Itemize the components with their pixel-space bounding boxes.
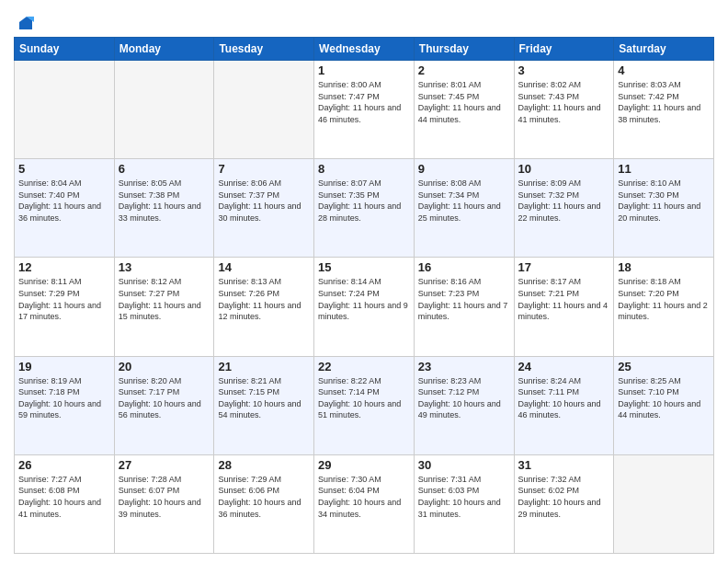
day-number: 30 bbox=[418, 458, 510, 472]
calendar-week-row: 5Sunrise: 8:04 AM Sunset: 7:40 PM Daylig… bbox=[15, 159, 714, 258]
day-number: 14 bbox=[218, 260, 310, 274]
calendar-week-row: 12Sunrise: 8:11 AM Sunset: 7:29 PM Dayli… bbox=[15, 258, 714, 356]
weekday-header-saturday: Saturday bbox=[614, 38, 714, 61]
day-info: Sunrise: 8:20 AM Sunset: 7:17 PM Dayligh… bbox=[119, 375, 210, 421]
day-number: 11 bbox=[618, 162, 710, 176]
day-number: 28 bbox=[218, 458, 310, 472]
calendar-cell: 23Sunrise: 8:23 AM Sunset: 7:12 PM Dayli… bbox=[414, 356, 514, 454]
day-number: 7 bbox=[218, 162, 310, 176]
calendar-table: SundayMondayTuesdayWednesdayThursdayFrid… bbox=[14, 37, 714, 554]
day-number: 15 bbox=[318, 260, 410, 274]
day-info: Sunrise: 8:05 AM Sunset: 7:38 PM Dayligh… bbox=[119, 178, 210, 224]
day-info: Sunrise: 8:07 AM Sunset: 7:35 PM Dayligh… bbox=[318, 178, 410, 224]
calendar-cell: 2Sunrise: 8:01 AM Sunset: 7:45 PM Daylig… bbox=[414, 61, 514, 159]
day-info: Sunrise: 8:13 AM Sunset: 7:26 PM Dayligh… bbox=[218, 276, 310, 322]
day-info: Sunrise: 8:18 AM Sunset: 7:20 PM Dayligh… bbox=[618, 276, 710, 322]
calendar-cell: 4Sunrise: 8:03 AM Sunset: 7:42 PM Daylig… bbox=[614, 61, 714, 159]
day-info: Sunrise: 8:01 AM Sunset: 7:45 PM Dayligh… bbox=[418, 79, 510, 125]
day-info: Sunrise: 8:14 AM Sunset: 7:24 PM Dayligh… bbox=[318, 276, 410, 322]
calendar-cell: 1Sunrise: 8:00 AM Sunset: 7:47 PM Daylig… bbox=[314, 61, 415, 159]
day-info: Sunrise: 8:08 AM Sunset: 7:34 PM Dayligh… bbox=[418, 178, 510, 224]
day-info: Sunrise: 8:02 AM Sunset: 7:43 PM Dayligh… bbox=[518, 79, 610, 125]
calendar-week-row: 26Sunrise: 7:27 AM Sunset: 6:08 PM Dayli… bbox=[15, 454, 714, 553]
day-number: 19 bbox=[18, 360, 110, 373]
day-number: 23 bbox=[418, 360, 510, 373]
day-number: 22 bbox=[318, 360, 410, 373]
calendar-cell bbox=[15, 61, 115, 159]
weekday-header-wednesday: Wednesday bbox=[314, 38, 415, 61]
day-number: 31 bbox=[518, 458, 610, 472]
day-number: 9 bbox=[418, 162, 510, 176]
day-number: 25 bbox=[618, 360, 710, 373]
calendar-cell: 6Sunrise: 8:05 AM Sunset: 7:38 PM Daylig… bbox=[114, 159, 214, 258]
day-number: 8 bbox=[318, 162, 410, 176]
day-number: 26 bbox=[18, 458, 110, 472]
day-number: 13 bbox=[119, 260, 210, 274]
day-info: Sunrise: 8:10 AM Sunset: 7:30 PM Dayligh… bbox=[618, 178, 710, 224]
day-number: 18 bbox=[618, 260, 710, 274]
day-info: Sunrise: 8:16 AM Sunset: 7:23 PM Dayligh… bbox=[418, 276, 510, 322]
calendar-cell: 31Sunrise: 7:32 AM Sunset: 6:02 PM Dayli… bbox=[514, 454, 614, 553]
calendar-cell: 14Sunrise: 8:13 AM Sunset: 7:26 PM Dayli… bbox=[214, 258, 314, 356]
day-info: Sunrise: 8:22 AM Sunset: 7:14 PM Dayligh… bbox=[318, 375, 410, 421]
calendar-cell: 25Sunrise: 8:25 AM Sunset: 7:10 PM Dayli… bbox=[614, 356, 714, 454]
day-info: Sunrise: 7:31 AM Sunset: 6:03 PM Dayligh… bbox=[418, 474, 510, 520]
calendar-week-row: 1Sunrise: 8:00 AM Sunset: 7:47 PM Daylig… bbox=[15, 61, 714, 159]
calendar-cell: 9Sunrise: 8:08 AM Sunset: 7:34 PM Daylig… bbox=[414, 159, 514, 258]
calendar-cell: 29Sunrise: 7:30 AM Sunset: 6:04 PM Dayli… bbox=[314, 454, 415, 553]
day-number: 6 bbox=[119, 162, 210, 176]
day-info: Sunrise: 8:25 AM Sunset: 7:10 PM Dayligh… bbox=[618, 375, 710, 421]
calendar-cell: 8Sunrise: 8:07 AM Sunset: 7:35 PM Daylig… bbox=[314, 159, 415, 258]
day-info: Sunrise: 8:04 AM Sunset: 7:40 PM Dayligh… bbox=[18, 178, 110, 224]
weekday-header-thursday: Thursday bbox=[414, 38, 514, 61]
calendar-cell: 13Sunrise: 8:12 AM Sunset: 7:27 PM Dayli… bbox=[114, 258, 214, 356]
calendar-cell: 17Sunrise: 8:17 AM Sunset: 7:21 PM Dayli… bbox=[514, 258, 614, 356]
day-number: 16 bbox=[418, 260, 510, 274]
day-number: 3 bbox=[518, 63, 610, 77]
day-info: Sunrise: 7:30 AM Sunset: 6:04 PM Dayligh… bbox=[318, 474, 410, 520]
logo bbox=[14, 13, 34, 31]
day-info: Sunrise: 7:28 AM Sunset: 6:07 PM Dayligh… bbox=[119, 474, 210, 520]
day-number: 5 bbox=[18, 162, 110, 176]
calendar-cell: 26Sunrise: 7:27 AM Sunset: 6:08 PM Dayli… bbox=[15, 454, 115, 553]
calendar-cell: 10Sunrise: 8:09 AM Sunset: 7:32 PM Dayli… bbox=[514, 159, 614, 258]
page: SundayMondayTuesdayWednesdayThursdayFrid… bbox=[0, 0, 728, 563]
day-number: 29 bbox=[318, 458, 410, 472]
weekday-header-monday: Monday bbox=[114, 38, 214, 61]
day-info: Sunrise: 8:21 AM Sunset: 7:15 PM Dayligh… bbox=[218, 375, 310, 421]
day-number: 4 bbox=[618, 63, 710, 77]
day-info: Sunrise: 8:12 AM Sunset: 7:27 PM Dayligh… bbox=[119, 276, 210, 322]
day-info: Sunrise: 7:32 AM Sunset: 6:02 PM Dayligh… bbox=[518, 474, 610, 520]
calendar-cell: 22Sunrise: 8:22 AM Sunset: 7:14 PM Dayli… bbox=[314, 356, 415, 454]
calendar-cell: 24Sunrise: 8:24 AM Sunset: 7:11 PM Dayli… bbox=[514, 356, 614, 454]
calendar-cell bbox=[614, 454, 714, 553]
calendar-cell: 20Sunrise: 8:20 AM Sunset: 7:17 PM Dayli… bbox=[114, 356, 214, 454]
day-info: Sunrise: 8:17 AM Sunset: 7:21 PM Dayligh… bbox=[518, 276, 610, 322]
day-info: Sunrise: 8:09 AM Sunset: 7:32 PM Dayligh… bbox=[518, 178, 610, 224]
day-number: 24 bbox=[518, 360, 610, 373]
calendar-week-row: 19Sunrise: 8:19 AM Sunset: 7:18 PM Dayli… bbox=[15, 356, 714, 454]
day-number: 12 bbox=[18, 260, 110, 274]
header bbox=[14, 9, 714, 31]
day-number: 1 bbox=[318, 63, 410, 77]
calendar-cell: 16Sunrise: 8:16 AM Sunset: 7:23 PM Dayli… bbox=[414, 258, 514, 356]
day-info: Sunrise: 7:29 AM Sunset: 6:06 PM Dayligh… bbox=[218, 474, 310, 520]
day-info: Sunrise: 8:03 AM Sunset: 7:42 PM Dayligh… bbox=[618, 79, 710, 125]
calendar-cell: 5Sunrise: 8:04 AM Sunset: 7:40 PM Daylig… bbox=[15, 159, 115, 258]
day-number: 2 bbox=[418, 63, 510, 77]
day-number: 17 bbox=[518, 260, 610, 274]
calendar-cell bbox=[214, 61, 314, 159]
calendar-cell: 12Sunrise: 8:11 AM Sunset: 7:29 PM Dayli… bbox=[15, 258, 115, 356]
weekday-header-tuesday: Tuesday bbox=[214, 38, 314, 61]
calendar-cell: 15Sunrise: 8:14 AM Sunset: 7:24 PM Dayli… bbox=[314, 258, 415, 356]
calendar-cell: 21Sunrise: 8:21 AM Sunset: 7:15 PM Dayli… bbox=[214, 356, 314, 454]
calendar-cell: 7Sunrise: 8:06 AM Sunset: 7:37 PM Daylig… bbox=[214, 159, 314, 258]
logo-icon bbox=[17, 15, 34, 31]
calendar-cell: 3Sunrise: 8:02 AM Sunset: 7:43 PM Daylig… bbox=[514, 61, 614, 159]
calendar-cell: 19Sunrise: 8:19 AM Sunset: 7:18 PM Dayli… bbox=[15, 356, 115, 454]
calendar-cell: 30Sunrise: 7:31 AM Sunset: 6:03 PM Dayli… bbox=[414, 454, 514, 553]
day-info: Sunrise: 8:24 AM Sunset: 7:11 PM Dayligh… bbox=[518, 375, 610, 421]
calendar-cell bbox=[114, 61, 214, 159]
calendar-cell: 18Sunrise: 8:18 AM Sunset: 7:20 PM Dayli… bbox=[614, 258, 714, 356]
calendar-cell: 28Sunrise: 7:29 AM Sunset: 6:06 PM Dayli… bbox=[214, 454, 314, 553]
